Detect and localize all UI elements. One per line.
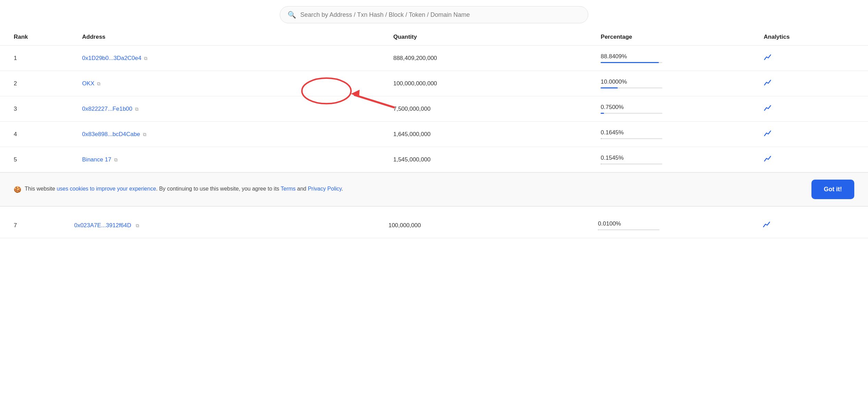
row-analytics [757, 147, 868, 172]
col-rank: Rank [0, 29, 75, 46]
last-row-container: 7 0x023A7E...3912f64D ⧉ 100,000,000 0.01… [0, 206, 868, 238]
row-rank: 4 [0, 122, 75, 147]
analytics-icon[interactable] [764, 54, 773, 63]
table-row: 2OKX⧉100,000,000,00010.0000% [0, 71, 868, 96]
analytics-icon[interactable] [764, 80, 773, 88]
address-link[interactable]: Binance 17 [82, 156, 111, 163]
pct-bar-fill [601, 113, 604, 114]
search-input[interactable] [300, 11, 580, 19]
last-row-rank: 7 [0, 213, 67, 238]
col-percentage: Percentage [594, 29, 757, 46]
copy-icon[interactable]: ⧉ [144, 56, 147, 61]
row-percentage: 88.8409% [594, 46, 757, 71]
row-rank: 5 [0, 147, 75, 172]
got-it-button[interactable]: Got it! [811, 180, 854, 199]
address-link[interactable]: 0x822227...Fe1b00 [82, 106, 133, 112]
row-quantity: 1,545,000,000 [386, 147, 594, 172]
row-analytics [757, 46, 868, 71]
row-rank: 1 [0, 46, 75, 71]
search-bar-container: 🔍 [0, 0, 868, 29]
table-row: 30x822227...Fe1b00⧉7,500,000,0000.7500% [0, 96, 868, 122]
table-row: 40x83e898...bcD4Cabe⧉1,645,000,0000.1645… [0, 122, 868, 147]
row-quantity: 1,645,000,000 [386, 122, 594, 147]
address-link[interactable]: 0x1D29b0...3Da2C0e4 [82, 55, 142, 61]
pct-bar-bg [601, 87, 662, 88]
cookie-link-privacy[interactable]: Privacy Policy [308, 186, 341, 192]
cookie-text-before: This website uses cookies to improve you… [25, 184, 343, 193]
copy-icon[interactable]: ⧉ [97, 81, 100, 87]
row-address: 0x1D29b0...3Da2C0e4⧉ [75, 46, 387, 71]
last-row-percentage: 0.0100% [591, 213, 756, 238]
pct-bar-fill [601, 163, 602, 165]
search-bar: 🔍 [280, 6, 588, 23]
row-quantity: 7,500,000,000 [386, 96, 594, 122]
pct-bar-fill [601, 138, 602, 139]
row-percentage: 10.0000% [594, 71, 757, 96]
last-row-table: 7 0x023A7E...3912f64D ⧉ 100,000,000 0.01… [0, 213, 868, 238]
row-quantity: 888,409,200,000 [386, 46, 594, 71]
last-analytics-cell [756, 213, 868, 238]
row-analytics [757, 96, 868, 122]
table-row: 10x1D29b0...3Da2C0e4⧉888,409,200,00088.8… [0, 46, 868, 71]
analytics-icon[interactable] [764, 130, 773, 139]
last-row-quantity: 100,000,000 [382, 213, 591, 238]
copy-icon-last[interactable]: ⧉ [136, 223, 139, 229]
table-row-last: 7 0x023A7E...3912f64D ⧉ 100,000,000 0.01… [0, 213, 868, 238]
pct-bar-bg [601, 163, 662, 165]
last-address-link[interactable]: 0x023A7E...3912f64D [74, 222, 131, 229]
copy-icon[interactable]: ⧉ [135, 106, 138, 112]
col-quantity: Quantity [386, 29, 594, 46]
last-pct-bar-bg [598, 229, 660, 230]
cookie-icon: 🍪 [14, 185, 21, 195]
pct-bar-fill [601, 62, 659, 63]
row-percentage: 0.1645% [594, 122, 757, 147]
copy-icon[interactable]: ⧉ [143, 132, 146, 137]
cookie-link-terms[interactable]: Terms [281, 186, 296, 192]
pct-bar-bg [601, 62, 662, 63]
cookie-text-container: 🍪 This website uses cookies to improve y… [14, 184, 801, 195]
pct-bar-fill [601, 87, 618, 88]
analytics-icon-last[interactable] [763, 221, 772, 230]
row-address: Binance 17⧉ [75, 147, 387, 172]
cookie-banner: 🍪 This website uses cookies to improve y… [0, 172, 868, 206]
pct-bar-bg [601, 138, 662, 139]
cookie-link-improve[interactable]: uses cookies to improve your experience [57, 186, 156, 192]
table-header-row: Rank Address Quantity Percentage Analyti… [0, 29, 868, 46]
col-analytics: Analytics [757, 29, 868, 46]
analytics-icon[interactable] [764, 105, 773, 113]
pct-bar-bg [601, 113, 662, 114]
row-percentage: 0.7500% [594, 96, 757, 122]
search-icon: 🔍 [288, 11, 296, 19]
row-address: 0x822227...Fe1b00⧉ [75, 96, 387, 122]
last-row-address: 0x023A7E...3912f64D ⧉ [67, 213, 382, 238]
row-analytics [757, 122, 868, 147]
row-percentage: 0.1545% [594, 147, 757, 172]
copy-icon[interactable]: ⧉ [114, 157, 118, 163]
row-address: 0x83e898...bcD4Cabe⧉ [75, 122, 387, 147]
last-pct-bar-fill [598, 229, 599, 230]
row-rank: 3 [0, 96, 75, 122]
row-quantity: 100,000,000,000 [386, 71, 594, 96]
address-link[interactable]: 0x83e898...bcD4Cabe [82, 131, 140, 137]
address-link[interactable]: OKX [82, 80, 95, 87]
holders-table: Rank Address Quantity Percentage Analyti… [0, 29, 868, 172]
col-address: Address [75, 29, 387, 46]
table-wrapper: Rank Address Quantity Percentage Analyti… [0, 29, 868, 172]
row-rank: 2 [0, 71, 75, 96]
row-address: OKX⧉ [75, 71, 387, 96]
analytics-icon[interactable] [764, 156, 773, 164]
row-analytics [757, 71, 868, 96]
table-row: 5Binance 17⧉1,545,000,0000.1545% [0, 147, 868, 172]
